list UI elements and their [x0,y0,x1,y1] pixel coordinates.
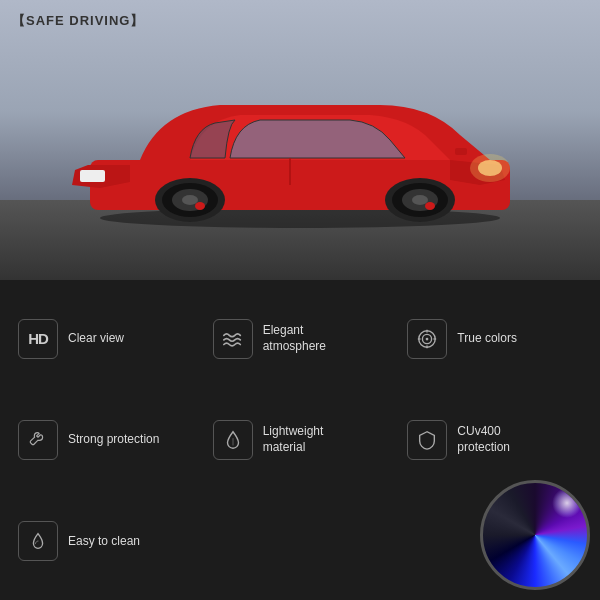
cuv400-sphere [480,480,590,590]
feature-hd-clear-view: HD Clear view [10,290,201,387]
feature-elegant-text: Elegant atmosphere [263,323,326,354]
drop2-icon [27,530,49,552]
waves-icon [222,328,244,350]
feature-cuv400: CUv400 protection [399,391,590,488]
empty-cell-1 [205,493,396,590]
hd-icon: HD [18,319,58,359]
target-icon [416,328,438,350]
feature-easy-to-clean: Easy to clean [10,493,201,590]
waves-icon-box [213,319,253,359]
svg-point-19 [426,337,429,340]
drop-icon-box [213,420,253,460]
svg-point-6 [425,202,435,210]
feature-hd-text: Clear view [68,331,124,347]
feature-easy-to-clean-text: Easy to clean [68,534,140,550]
feature-lightweight-text: Lightweight material [263,424,324,455]
feature-lightweight-sublabel: material [263,440,324,456]
feature-cuv400-text: CUv400 protection [457,424,510,455]
feature-elegant-label: Elegant [263,323,326,339]
wrench-icon-box [18,420,58,460]
page-title: 【SAFE DRIVING】 [12,12,144,30]
svg-rect-15 [455,148,467,155]
svg-rect-16 [80,170,105,182]
drop-icon [222,429,244,451]
feature-strong-protection: Strong protection [10,391,201,488]
svg-point-13 [470,154,510,182]
feature-strong-protection-text: Strong protection [68,432,159,448]
feature-true-colors: True colors [399,290,590,387]
feature-cuv400-label: CUv400 [457,424,510,440]
car-svg [60,70,540,230]
feature-easy-to-clean-label: Easy to clean [68,534,140,550]
feature-cuv400-sublabel: protection [457,440,510,456]
feature-strong-protection-label: Strong protection [68,432,159,448]
feature-true-colors-label: True colors [457,331,517,347]
feature-lightweight-label: Lightweight [263,424,324,440]
shield-icon [416,429,438,451]
drop2-icon-box [18,521,58,561]
svg-point-5 [412,195,428,205]
feature-elegant-sublabel: atmosphere [263,339,326,355]
car-image-section: 【SAFE DRIVING】 [0,0,600,280]
wrench-icon [27,429,49,451]
feature-hd-label: Clear view [68,331,124,347]
feature-elegant-atmosphere: Elegant atmosphere [205,290,396,387]
feature-true-colors-text: True colors [457,331,517,347]
feature-lightweight-material: Lightweight material [205,391,396,488]
shield-icon-box [407,420,447,460]
target-icon-box [407,319,447,359]
svg-point-10 [182,195,198,205]
features-grid: HD Clear view Elegant atmosphere [0,280,600,600]
svg-point-11 [195,202,205,210]
